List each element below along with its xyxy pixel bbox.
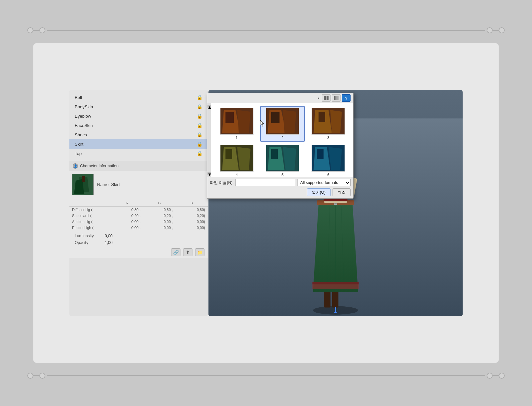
filename-input[interactable]: [235, 179, 295, 186]
file-item-6[interactable]: 6: [306, 143, 351, 177]
char-info-header: 👤 Character information: [69, 161, 208, 171]
scroll-up-button[interactable]: ▲: [317, 96, 321, 100]
parts-label-top: Top: [75, 151, 82, 156]
svg-rect-32: [334, 96, 336, 100]
file-label-2: 2: [282, 136, 284, 140]
folder-action-button[interactable]: 📁: [195, 248, 204, 256]
file-item-2[interactable]: 2: [260, 106, 305, 142]
parts-item-bodyskin[interactable]: BodySkin 🔒: [69, 102, 208, 111]
upload-action-button[interactable]: ⬆: [183, 248, 192, 256]
lock-icon-faceskin: 🔒: [197, 123, 202, 128]
ambient-label: Ambient lig (: [69, 219, 111, 225]
svg-rect-41: [271, 112, 280, 123]
svg-rect-57: [317, 149, 324, 159]
parts-item-top[interactable]: Top 🔒: [69, 149, 208, 158]
file-label-6: 6: [327, 173, 329, 177]
file-item-4[interactable]: 4: [214, 143, 259, 177]
emitted-label: Emitted ligh (: [69, 225, 111, 231]
emitted-g: 0,00 ,: [143, 225, 175, 231]
parts-label-eyeblow: Eyeblow: [75, 114, 91, 119]
rgb-table: R G B Diffused lig ( 0,80 , 0,80 , 0,80)…: [69, 200, 208, 231]
scroll-bar[interactable]: ▲ ▼: [207, 103, 211, 177]
luminosity-label: Luminosity: [75, 234, 105, 238]
svg-rect-30: [324, 98, 326, 100]
svg-marker-40: [283, 110, 296, 133]
parts-label-bodyskin: BodySkin: [75, 104, 93, 109]
luminosity-value: 0,00: [105, 234, 112, 238]
file-thumbnail-4: [220, 145, 253, 172]
char-thumbnail: [72, 174, 94, 195]
char-name-area: Name Skirt: [97, 182, 120, 187]
svg-rect-19: [324, 199, 347, 201]
parts-label-belt: Belt: [75, 95, 82, 100]
emitted-b: 0,00): [175, 225, 208, 231]
top-divider: [47, 30, 485, 31]
svg-rect-29: [327, 96, 329, 98]
help-button[interactable]: ?: [342, 94, 351, 102]
ambient-r: 0,00 ,: [111, 219, 143, 225]
parts-item-skirt[interactable]: Skirt 🔒: [69, 139, 208, 149]
lock-icon-eyeblow: 🔒: [197, 113, 202, 119]
svg-rect-45: [319, 112, 325, 122]
parts-label-faceskin: FaceSkin: [75, 123, 93, 128]
file-grid-container: ▲ ▼ 1: [207, 103, 353, 177]
opacity-label: Opacity: [75, 240, 105, 245]
file-label-5: 5: [282, 173, 284, 177]
view-button[interactable]: [322, 94, 331, 102]
svg-rect-49: [225, 149, 232, 159]
cancel-button[interactable]: 취소: [333, 188, 351, 196]
diffused-b: 0,80): [175, 207, 208, 213]
svg-rect-33: [336, 96, 339, 100]
file-thumbnail-5: [266, 145, 299, 172]
svg-rect-28: [324, 96, 326, 98]
main-area: Belt 🔒 BodySkin 🔒 Eyeblow 🔒 FaceSkin 🔒 S…: [33, 43, 499, 363]
file-label-1: 1: [236, 136, 238, 140]
scroll-up-arrow[interactable]: ▲: [207, 105, 211, 108]
open-button[interactable]: 열기(O): [307, 188, 331, 196]
footer-filename-row: 파일 이름(N): All supported formats PNG file…: [210, 179, 351, 186]
left-panel: Belt 🔒 BodySkin 🔒 Eyeblow 🔒 FaceSkin 🔒 S…: [69, 90, 208, 316]
format-select[interactable]: All supported formats PNG files (*.png) …: [297, 179, 351, 186]
char-info-title: Character information: [80, 164, 118, 168]
specular-label: Specular li (: [69, 213, 111, 219]
char-name-label: Name: [97, 182, 109, 187]
parts-label-shoes: Shoes: [75, 132, 87, 137]
file-item-3[interactable]: 3: [306, 106, 351, 142]
parts-item-faceskin[interactable]: FaceSkin 🔒: [69, 121, 208, 130]
pane-toggle-button[interactable]: [332, 94, 341, 102]
svg-marker-36: [237, 110, 250, 133]
lock-icon-skirt: 🔒: [197, 141, 202, 147]
parts-item-eyeblow[interactable]: Eyeblow 🔒: [69, 111, 208, 121]
file-thumbnail-1: [220, 108, 253, 135]
dialog-toolbar: ▲ ?: [207, 93, 353, 103]
file-item-5[interactable]: 5: [260, 143, 305, 177]
filename-label: 파일 이름(N):: [210, 180, 233, 186]
r-header: R: [111, 200, 143, 207]
svg-marker-44: [330, 110, 342, 133]
char-preview: Name Skirt: [69, 171, 208, 198]
parts-list: Belt 🔒 BodySkin 🔒 Eyeblow 🔒 FaceSkin 🔒 S…: [69, 90, 208, 161]
corner-tr: [487, 27, 505, 33]
dialog-footer: 파일 이름(N): All supported formats PNG file…: [207, 177, 353, 198]
specular-r: 0,20 ,: [111, 213, 143, 219]
specular-g: 0,20 ,: [143, 213, 175, 219]
svg-rect-7: [332, 291, 339, 308]
parts-item-shoes[interactable]: Shoes 🔒: [69, 130, 208, 139]
file-label-4: 4: [236, 173, 238, 177]
parts-item-belt[interactable]: Belt 🔒: [69, 93, 208, 102]
scroll-down-arrow[interactable]: ▼: [207, 172, 211, 175]
char-info-panel: 👤 Character information Name Skirt: [69, 161, 208, 258]
svg-rect-53: [271, 149, 278, 159]
lock-icon-bodyskin: 🔒: [197, 104, 202, 109]
specular-b: 0,20): [175, 213, 208, 219]
file-label-3: 3: [327, 136, 329, 140]
file-thumbnail-2: [266, 108, 299, 135]
svg-rect-31: [327, 98, 329, 100]
corner-br: [487, 373, 505, 379]
svg-rect-27: [334, 312, 337, 313]
link-action-button[interactable]: 🔗: [171, 248, 180, 256]
file-thumbnail-3: [312, 108, 345, 135]
diffused-g: 0,80 ,: [143, 207, 175, 213]
file-item-1[interactable]: 1: [214, 106, 259, 142]
ambient-row: Ambient lig ( 0,00 , 0,00 , 0,00): [69, 219, 208, 225]
